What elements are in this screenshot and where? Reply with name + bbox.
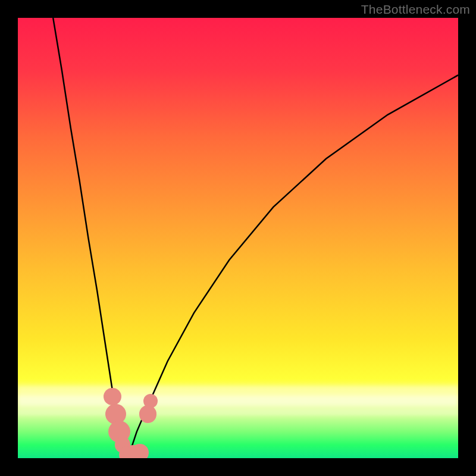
- highlight-knot: [139, 405, 156, 422]
- curve-right-branch: [128, 75, 458, 458]
- highlight-knot: [131, 444, 148, 458]
- highlight-knot: [143, 394, 158, 408]
- outer-frame: TheBottleneck.com: [0, 0, 476, 476]
- highlight-knot: [104, 388, 121, 405]
- watermark-text: TheBottleneck.com: [361, 2, 470, 17]
- plot-area: [18, 18, 458, 458]
- bottleneck-curve: [18, 18, 458, 458]
